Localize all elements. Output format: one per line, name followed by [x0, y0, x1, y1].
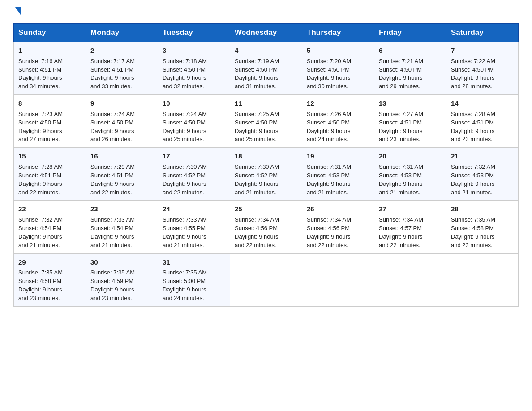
- calendar-cell: 6 Sunrise: 7:21 AMSunset: 4:50 PMDayligh…: [374, 42, 446, 95]
- day-details: Sunrise: 7:24 AMSunset: 4:50 PMDaylight:…: [163, 110, 225, 144]
- day-details: Sunrise: 7:34 AMSunset: 4:57 PMDaylight:…: [379, 216, 442, 249]
- calendar-cell: 27 Sunrise: 7:34 AMSunset: 4:57 PMDaylig…: [374, 201, 446, 253]
- calendar-cell: 21 Sunrise: 7:32 AMSunset: 4:53 PMDaylig…: [446, 148, 519, 201]
- calendar-cell: 20 Sunrise: 7:31 AMSunset: 4:53 PMDaylig…: [374, 148, 446, 201]
- day-number: 1: [18, 46, 81, 56]
- day-details: Sunrise: 7:28 AMSunset: 4:51 PMDaylight:…: [451, 110, 514, 144]
- calendar-cell: 4 Sunrise: 7:19 AMSunset: 4:50 PMDayligh…: [230, 42, 302, 95]
- day-details: Sunrise: 7:34 AMSunset: 4:56 PMDaylight:…: [307, 216, 369, 249]
- day-details: Sunrise: 7:30 AMSunset: 4:52 PMDaylight:…: [163, 163, 225, 197]
- calendar-cell: [302, 253, 374, 306]
- calendar-cell: [374, 253, 446, 306]
- day-header-monday: Monday: [86, 24, 158, 42]
- day-details: Sunrise: 7:22 AMSunset: 4:50 PMDaylight:…: [451, 57, 514, 91]
- day-details: Sunrise: 7:18 AMSunset: 4:50 PMDaylight:…: [163, 57, 225, 91]
- day-number: 25: [235, 204, 297, 214]
- calendar-cell: 24 Sunrise: 7:33 AMSunset: 4:55 PMDaylig…: [158, 201, 230, 253]
- day-details: Sunrise: 7:19 AMSunset: 4:50 PMDaylight:…: [235, 57, 297, 91]
- calendar-cell: 2 Sunrise: 7:17 AMSunset: 4:51 PMDayligh…: [86, 42, 158, 95]
- day-number: 21: [451, 151, 514, 161]
- day-details: Sunrise: 7:31 AMSunset: 4:53 PMDaylight:…: [379, 163, 442, 197]
- day-details: Sunrise: 7:33 AMSunset: 4:55 PMDaylight:…: [163, 216, 225, 249]
- day-details: Sunrise: 7:17 AMSunset: 4:51 PMDaylight:…: [90, 57, 153, 91]
- calendar-cell: 3 Sunrise: 7:18 AMSunset: 4:50 PMDayligh…: [158, 42, 230, 95]
- day-details: Sunrise: 7:24 AMSunset: 4:50 PMDaylight:…: [90, 110, 153, 144]
- day-number: 5: [307, 46, 369, 56]
- calendar-cell: 5 Sunrise: 7:20 AMSunset: 4:50 PMDayligh…: [302, 42, 374, 95]
- calendar-week-3: 15 Sunrise: 7:28 AMSunset: 4:51 PMDaylig…: [14, 148, 519, 201]
- day-number: 17: [163, 151, 225, 161]
- calendar-header-row: SundayMondayTuesdayWednesdayThursdayFrid…: [14, 24, 519, 42]
- page-header: [13, 9, 519, 16]
- calendar-cell: 29 Sunrise: 7:35 AMSunset: 4:58 PMDaylig…: [14, 253, 86, 306]
- day-number: 30: [90, 257, 153, 267]
- day-number: 2: [90, 46, 153, 56]
- calendar-cell: 7 Sunrise: 7:22 AMSunset: 4:50 PMDayligh…: [446, 42, 519, 95]
- day-details: Sunrise: 7:23 AMSunset: 4:50 PMDaylight:…: [18, 110, 81, 144]
- day-number: 13: [379, 98, 442, 108]
- calendar-week-1: 1 Sunrise: 7:16 AMSunset: 4:51 PMDayligh…: [14, 42, 519, 95]
- day-number: 29: [18, 257, 81, 267]
- calendar-cell: 30 Sunrise: 7:35 AMSunset: 4:59 PMDaylig…: [86, 253, 158, 306]
- day-number: 15: [18, 151, 81, 161]
- calendar-cell: 15 Sunrise: 7:28 AMSunset: 4:51 PMDaylig…: [14, 148, 86, 201]
- day-details: Sunrise: 7:21 AMSunset: 4:50 PMDaylight:…: [379, 57, 442, 91]
- day-details: Sunrise: 7:33 AMSunset: 4:54 PMDaylight:…: [90, 216, 153, 249]
- calendar-cell: 18 Sunrise: 7:30 AMSunset: 4:52 PMDaylig…: [230, 148, 302, 201]
- day-number: 9: [90, 98, 153, 108]
- day-number: 12: [307, 98, 369, 108]
- day-details: Sunrise: 7:35 AMSunset: 5:00 PMDaylight:…: [163, 269, 225, 302]
- day-header-thursday: Thursday: [302, 24, 374, 42]
- calendar-cell: 10 Sunrise: 7:24 AMSunset: 4:50 PMDaylig…: [158, 95, 230, 148]
- calendar-cell: 13 Sunrise: 7:27 AMSunset: 4:51 PMDaylig…: [374, 95, 446, 148]
- day-header-saturday: Saturday: [446, 24, 519, 42]
- calendar-cell: 9 Sunrise: 7:24 AMSunset: 4:50 PMDayligh…: [86, 95, 158, 148]
- day-number: 16: [90, 151, 153, 161]
- day-details: Sunrise: 7:20 AMSunset: 4:50 PMDaylight:…: [307, 57, 369, 91]
- calendar-cell: 8 Sunrise: 7:23 AMSunset: 4:50 PMDayligh…: [14, 95, 86, 148]
- day-number: 23: [90, 204, 153, 214]
- calendar-cell: 1 Sunrise: 7:16 AMSunset: 4:51 PMDayligh…: [14, 42, 86, 95]
- day-number: 6: [379, 46, 442, 56]
- day-details: Sunrise: 7:34 AMSunset: 4:56 PMDaylight:…: [235, 216, 297, 249]
- day-header-sunday: Sunday: [14, 24, 86, 42]
- day-header-tuesday: Tuesday: [158, 24, 230, 42]
- day-number: 22: [18, 204, 81, 214]
- day-number: 11: [235, 98, 297, 108]
- day-details: Sunrise: 7:35 AMSunset: 4:59 PMDaylight:…: [90, 269, 153, 302]
- day-number: 28: [451, 204, 514, 214]
- calendar-week-4: 22 Sunrise: 7:32 AMSunset: 4:54 PMDaylig…: [14, 201, 519, 253]
- calendar-cell: 22 Sunrise: 7:32 AMSunset: 4:54 PMDaylig…: [14, 201, 86, 253]
- day-number: 8: [18, 98, 81, 108]
- calendar-cell: [446, 253, 519, 306]
- calendar-cell: 12 Sunrise: 7:26 AMSunset: 4:50 PMDaylig…: [302, 95, 374, 148]
- day-number: 10: [163, 98, 225, 108]
- day-number: 4: [235, 46, 297, 56]
- calendar-cell: 14 Sunrise: 7:28 AMSunset: 4:51 PMDaylig…: [446, 95, 519, 148]
- day-details: Sunrise: 7:29 AMSunset: 4:51 PMDaylight:…: [90, 163, 153, 197]
- day-details: Sunrise: 7:31 AMSunset: 4:53 PMDaylight:…: [307, 163, 369, 197]
- day-number: 31: [163, 257, 225, 267]
- day-details: Sunrise: 7:16 AMSunset: 4:51 PMDaylight:…: [18, 57, 81, 91]
- day-number: 7: [451, 46, 514, 56]
- day-number: 14: [451, 98, 514, 108]
- day-header-wednesday: Wednesday: [230, 24, 302, 42]
- day-details: Sunrise: 7:32 AMSunset: 4:54 PMDaylight:…: [18, 216, 81, 249]
- calendar-cell: 25 Sunrise: 7:34 AMSunset: 4:56 PMDaylig…: [230, 201, 302, 253]
- day-details: Sunrise: 7:30 AMSunset: 4:52 PMDaylight:…: [235, 163, 297, 197]
- day-details: Sunrise: 7:25 AMSunset: 4:50 PMDaylight:…: [235, 110, 297, 144]
- day-number: 24: [163, 204, 225, 214]
- day-details: Sunrise: 7:35 AMSunset: 4:58 PMDaylight:…: [18, 269, 81, 302]
- calendar-table: SundayMondayTuesdayWednesdayThursdayFrid…: [13, 23, 519, 307]
- day-details: Sunrise: 7:26 AMSunset: 4:50 PMDaylight:…: [307, 110, 369, 144]
- calendar-week-2: 8 Sunrise: 7:23 AMSunset: 4:50 PMDayligh…: [14, 95, 519, 148]
- calendar-cell: 17 Sunrise: 7:30 AMSunset: 4:52 PMDaylig…: [158, 148, 230, 201]
- calendar-cell: 19 Sunrise: 7:31 AMSunset: 4:53 PMDaylig…: [302, 148, 374, 201]
- day-number: 26: [307, 204, 369, 214]
- calendar-cell: 26 Sunrise: 7:34 AMSunset: 4:56 PMDaylig…: [302, 201, 374, 253]
- calendar-cell: 28 Sunrise: 7:35 AMSunset: 4:58 PMDaylig…: [446, 201, 519, 253]
- calendar-cell: 31 Sunrise: 7:35 AMSunset: 5:00 PMDaylig…: [158, 253, 230, 306]
- day-header-friday: Friday: [374, 24, 446, 42]
- logo: [13, 9, 21, 16]
- calendar-week-5: 29 Sunrise: 7:35 AMSunset: 4:58 PMDaylig…: [14, 253, 519, 306]
